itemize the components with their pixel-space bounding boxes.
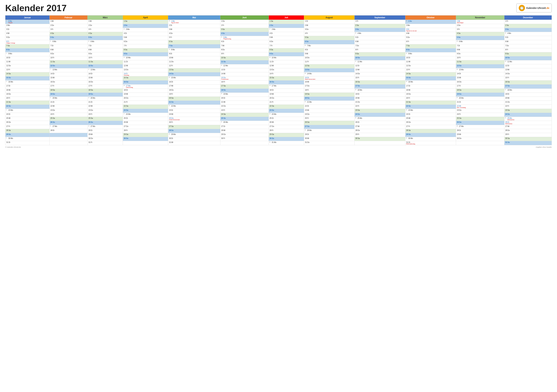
calendar-cell: 3818Mo [354, 88, 405, 93]
calendar-cell: 28Mi [220, 129, 269, 133]
calendar-cell: 3Mi [168, 28, 220, 32]
calendar-cell: 15Mi [456, 76, 504, 80]
month-mar: März [88, 16, 123, 20]
calendar-cell: 1Mi [88, 20, 123, 24]
calendar-cell: 23So [123, 109, 168, 113]
calendar-cell: 27Mi [504, 125, 552, 129]
calendar-cell: 22MiBuß- und Bettag [456, 104, 504, 109]
calendar-cell: 273Mo [269, 28, 304, 32]
calendar-cell: 25Mi [5, 117, 49, 121]
calendar-cell: 11Sa [88, 60, 123, 64]
calendar-cell: 25DoChristi Himmel-fahrt [168, 117, 220, 121]
calendar-cell: 3Fr [456, 28, 504, 32]
calendar-cell: 14Di [49, 72, 88, 76]
calendar-cell: 14So [168, 72, 220, 76]
calendar-cell: 31So [504, 141, 552, 145]
calendar-cell: 15Mi [49, 76, 88, 80]
month-nov: November [456, 16, 504, 20]
calendar-cell: 31Di [5, 141, 49, 145]
calendar-cell: 3Do [304, 28, 354, 32]
calendar-cell: 21Do [504, 101, 552, 104]
calendar-cell: 13Mi [354, 68, 405, 72]
table-row: 27Fr927Mo1327Mo27Do27Sa27Di27Do27So27Mi2… [5, 125, 552, 129]
calendar-cell: 19Fr [168, 93, 220, 96]
calendar-cell: 23Do [88, 109, 123, 113]
calendar-cell: 4Di [269, 32, 304, 36]
month-aug: August [304, 16, 354, 20]
calendar-cell: 20So [304, 96, 354, 101]
calendar-cell [354, 141, 405, 145]
calendar-cell: 15Sa [123, 76, 168, 80]
calendar-cell: 14Do [504, 72, 552, 76]
calendar-cell: 26Mi [123, 121, 168, 125]
page-header: Kalender 2017 🕐 Kalender-Uhrzeit.de [5, 3, 552, 13]
calendar-cell: 9Do [88, 52, 123, 56]
calendar-cell: 6Do [123, 40, 168, 44]
calendar-cell: 30So [269, 137, 304, 141]
calendar-cell: 16Do [49, 80, 88, 85]
calendar-cell: 29So [405, 133, 456, 137]
calendar-cell: 9Mi [304, 52, 354, 56]
calendar-cell: 2015Mo [168, 76, 220, 80]
calendar-cell: 19Di [504, 93, 552, 96]
calendar-cell: 2Mi [304, 24, 354, 28]
calendar-cell: 15So [405, 76, 456, 80]
calendar-cell: 927Mo [49, 125, 88, 129]
calendar-cell: 9Sa [504, 52, 552, 56]
calendar-cell: 4216Mo [405, 80, 456, 85]
footer: © Kalender-Uhrzeit.de Angaben ohne Gewäh… [5, 146, 552, 148]
calendar-cell: 713Mo [49, 68, 88, 72]
calendar-cell: 181MoTag der Arbeit [168, 20, 220, 24]
calendar-cell: 8Fr [504, 48, 552, 52]
table-row: 530Mo30Do30So30Di30Fr30So30Mi30Sa4430Mo3… [5, 137, 552, 141]
table-row: 423Mo23Do23Do23So23Di23Fr23So23Mi23Sa432… [5, 109, 552, 113]
calendar-cell: 12Mi [269, 64, 304, 68]
table-row: 6FrHeilige 3 Könige66Mo106Mo6Do6Sa6Di6Do… [5, 40, 552, 44]
table-row: 316Mo16Do16Do16So16Di16Fr16So16Mi16Sa421… [5, 80, 552, 85]
calendar-cell: 30Do [456, 137, 504, 141]
calendar-cell: 1113Mo [88, 68, 123, 72]
calendar-cell: 26Do [5, 121, 49, 125]
calendar-cell: 22Do [220, 104, 269, 109]
calendar-cell: 3421Mo [304, 101, 354, 104]
calendar-cell: 8Sa [123, 48, 168, 52]
calendar-cell: 20Mi [504, 96, 552, 101]
calendar-cell: 1617MoOstermontag [123, 85, 168, 89]
month-feb: Februar [49, 16, 88, 20]
calendar-cell: 11Di [123, 60, 168, 64]
calendar-cell: 18Mi [405, 88, 456, 93]
calendar-cell: 5Do [405, 36, 456, 40]
table-row: 10Di10Fr10Fr1510Mo10Mi10Sa2810Mo10Do10So… [5, 56, 552, 60]
calendar-cell: 198Mo [168, 48, 220, 52]
calendar-cell: 235MoPfingstmontag [220, 36, 269, 40]
calendar-cell: 25Di [269, 117, 304, 121]
month-apr: April [123, 16, 168, 20]
calendar-cell: 27Do [269, 125, 304, 129]
calendar-cell: 11Fr [304, 60, 354, 64]
calendar-cell: 18So [220, 88, 269, 93]
calendar-cell: 25Sa [456, 117, 504, 121]
table-row: 17Di17Fr17Fr1617MoOstermontag17Mi17Sa291… [5, 85, 552, 89]
calendar-cell: 6So [304, 40, 354, 44]
calendar-cell: 26So [88, 121, 123, 125]
calendar-cell: 5Do [5, 36, 49, 40]
calendar-cell: 11SoNeujahr [5, 20, 49, 24]
calendar-cell: 7So [168, 44, 220, 48]
calendar-cell: 21Sa [405, 101, 456, 104]
calendar-cell: 21Di [88, 101, 123, 104]
calendar-cell: 2519Mo [220, 93, 269, 96]
calendar-cell: 25Sa [49, 117, 88, 121]
table-row: 31Di31Fr31Mi3131Mo31Do31DiReformationsta… [5, 141, 552, 145]
calendar-cell: 17So [504, 85, 552, 89]
calendar-cell: 13Fr [405, 68, 456, 72]
calendar-cell: 30Do [88, 137, 123, 141]
table-row: 4Mi4Sa4Sa4Di4Do4So4Di4Fr364Mo4Mi4Sa494Mo [5, 32, 552, 36]
calendar-cell [220, 141, 269, 145]
calendar-cell: 4Mi [5, 32, 49, 36]
calendar-cell: 15DoFronleichnam [220, 76, 269, 80]
calendar-cell: 25Fr [304, 117, 354, 121]
calendar-cell: 1510Mo [123, 56, 168, 60]
calendar-cell: 15Fr [354, 76, 405, 80]
calendar-cell: 19Sa [304, 93, 354, 96]
calendar-cell: 31Do [304, 141, 354, 145]
